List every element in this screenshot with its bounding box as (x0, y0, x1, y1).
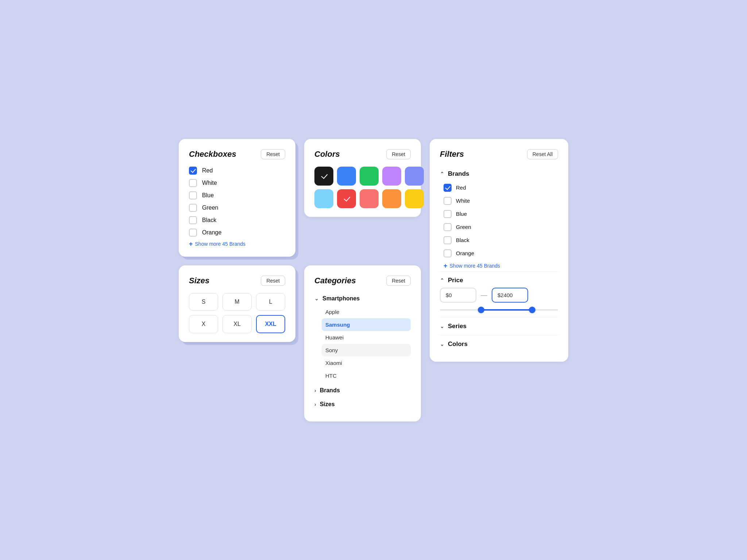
checkbox-item-white[interactable]: White (189, 179, 285, 187)
sizes-grid: SMLXXLXXL (189, 293, 285, 333)
category-header-sizes[interactable]: ›Sizes (314, 399, 411, 410)
category-sub-item-huawei[interactable]: Huawei (322, 331, 411, 344)
checkbox-box-red (189, 167, 197, 175)
filter-checkbox-box-red (444, 184, 452, 192)
color-swatch-4[interactable] (405, 167, 424, 186)
checkbox-box-white (189, 179, 197, 187)
sizes-reset-button[interactable]: Reset (261, 276, 285, 286)
checkboxes-reset-button[interactable]: Reset (261, 149, 285, 159)
filter-brand-black[interactable]: Black (444, 234, 558, 247)
checkbox-item-green[interactable]: Green (189, 204, 285, 212)
color-swatch-1[interactable] (337, 167, 356, 186)
filter-brand-white[interactable]: White (444, 194, 558, 207)
category-sub-item-apple[interactable]: Apple (322, 306, 411, 318)
color-swatch-3[interactable] (382, 167, 401, 186)
size-btn-xl[interactable]: XL (222, 315, 252, 333)
category-sub-item-samsung[interactable]: Samsung (322, 318, 411, 331)
categories-list: ⌄SmartphonesAppleSamsungHuaweiSonyXiaomi… (314, 293, 411, 410)
categories-reset-button[interactable]: Reset (386, 276, 411, 286)
price-max-input[interactable] (492, 288, 528, 303)
color-swatch-0[interactable] (314, 167, 333, 186)
cat-chevron-icon: ⌄ (314, 296, 319, 302)
filters-price-label: Price (448, 277, 463, 284)
price-chevron-up-icon: ⌃ (440, 277, 444, 283)
filters-colors-label: Colors (448, 341, 468, 348)
price-inputs-container: — (440, 288, 558, 303)
colors-reset-button[interactable]: Reset (386, 149, 411, 159)
sizes-header: Sizes Reset (189, 276, 285, 286)
filter-brand-orange[interactable]: Orange (444, 247, 558, 260)
filters-card: Filters Reset All ⌃ Brands Red White Blu… (430, 139, 568, 362)
size-btn-l[interactable]: L (256, 293, 285, 311)
color-swatch-9[interactable] (405, 189, 424, 208)
color-swatch-2[interactable] (360, 167, 379, 186)
filters-colors-header[interactable]: ⌄ Colors (440, 337, 558, 351)
category-header-brands[interactable]: ›Brands (314, 385, 411, 396)
price-min-input[interactable] (440, 288, 476, 303)
category-section-brands: ›Brands (314, 385, 411, 396)
filters-colors-section: ⌄ Colors (440, 337, 558, 351)
filters-title: Filters (440, 149, 464, 159)
checkbox-item-orange[interactable]: Orange (189, 229, 285, 237)
price-range-slider[interactable] (440, 308, 558, 311)
category-sub-item-htc[interactable]: HTC (322, 369, 411, 382)
series-chevron-down-icon: ⌄ (440, 323, 444, 329)
checkbox-item-black[interactable]: Black (189, 216, 285, 224)
filter-brand-blue[interactable]: Blue (444, 207, 558, 221)
color-swatch-6[interactable] (337, 189, 356, 208)
size-btn-x[interactable]: X (189, 315, 218, 333)
color-swatch-7[interactable] (360, 189, 379, 208)
filter-brand-label-blue: Blue (456, 211, 467, 217)
filter-brand-label-red: Red (456, 184, 466, 191)
filter-brand-green[interactable]: Green (444, 221, 558, 234)
cat-label: Brands (320, 387, 340, 394)
category-section-smartphones: ⌄SmartphonesAppleSamsungHuaweiSonyXiaomi… (314, 293, 411, 382)
range-thumb-max[interactable] (529, 307, 535, 313)
checkbox-item-blue[interactable]: Blue (189, 191, 285, 199)
filter-brand-label-green: Green (456, 224, 471, 230)
filters-price-header[interactable]: ⌃ Price (440, 273, 558, 288)
filters-reset-all-button[interactable]: Reset All (527, 149, 558, 159)
categories-card: Categories Reset ⌄SmartphonesAppleSamsun… (304, 265, 421, 421)
size-btn-m[interactable]: M (222, 293, 252, 311)
show-more-plus-icon: + (189, 240, 193, 248)
category-sub-item-sony[interactable]: Sony (322, 344, 411, 357)
color-swatch-5[interactable] (314, 189, 333, 208)
range-fill (481, 309, 532, 311)
filters-show-more[interactable]: + Show more 45 Brands (440, 262, 558, 270)
colors-card: Colors Reset (304, 139, 421, 217)
checkbox-item-red[interactable]: Red (189, 167, 285, 175)
sizes-card: Sizes Reset SMLXXLXXL (179, 265, 295, 342)
cat-chevron-icon: › (314, 388, 316, 393)
filters-series-header[interactable]: ⌄ Series (440, 319, 558, 334)
size-btn-xxl[interactable]: XXL (256, 315, 285, 333)
checkbox-box-orange (189, 229, 197, 237)
color-swatch-8[interactable] (382, 189, 401, 208)
checkbox-box-black (189, 216, 197, 224)
size-btn-s[interactable]: S (189, 293, 218, 311)
checkbox-label-blue: Blue (202, 192, 214, 199)
cat-label: Smartphones (322, 295, 360, 302)
filter-brand-red[interactable]: Red (444, 181, 558, 194)
filters-show-more-plus-icon: + (444, 262, 448, 270)
brands-chevron-up-icon: ⌃ (440, 171, 444, 177)
categories-title: Categories (314, 276, 356, 285)
filter-checkbox-box-orange (444, 249, 452, 257)
price-dash: — (481, 291, 487, 299)
checkbox-box-green (189, 204, 197, 212)
range-thumb-min[interactable] (478, 307, 484, 313)
category-sub-item-xiaomi[interactable]: Xiaomi (322, 357, 411, 369)
checkbox-label-black: Black (202, 217, 216, 223)
colors-grid (314, 167, 411, 208)
colors-title: Colors (314, 149, 340, 159)
checkboxes-header: Checkboxes Reset (189, 149, 285, 159)
filters-header: Filters Reset All (440, 149, 558, 159)
filters-brands-header[interactable]: ⌃ Brands (440, 167, 558, 181)
cat-label: Sizes (320, 401, 335, 408)
category-header-smartphones[interactable]: ⌄Smartphones (314, 293, 411, 304)
checkboxes-show-more[interactable]: + Show more 45 Brands (189, 240, 285, 248)
category-sub-list: AppleSamsungHuaweiSonyXiaomiHTC (314, 306, 411, 382)
categories-header: Categories Reset (314, 276, 411, 286)
filter-checkbox-box-black (444, 236, 452, 244)
colors-chevron-down-icon: ⌄ (440, 341, 444, 347)
